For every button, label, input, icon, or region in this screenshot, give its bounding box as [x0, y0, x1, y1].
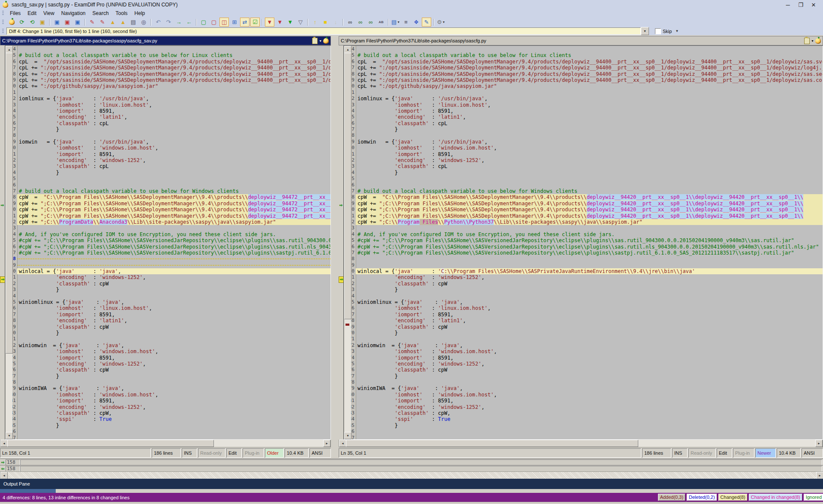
recompare-icon[interactable]: ⟳ [17, 18, 27, 27]
open-files-icon[interactable]: ▣ [38, 18, 47, 27]
save-both-files-icon[interactable]: ▣ [73, 18, 82, 27]
first-pane-horizontal-scrollbar[interactable]: ◄ ► [0, 440, 331, 447]
copy-block-right-icon[interactable]: → [174, 18, 183, 27]
open-in-editor-icon[interactable]: ✎ [422, 18, 431, 27]
toolbar-overflow-icon[interactable]: ▼ [675, 29, 679, 33]
save-first-file-icon[interactable]: ▣ [52, 18, 62, 27]
vertical-split-icon[interactable]: ◫ [219, 18, 229, 27]
recompare-swapped-icon[interactable]: ⟲ [27, 18, 37, 27]
badge-added[interactable]: Added(0,3) [658, 494, 685, 501]
find-next-icon[interactable]: ∞ [356, 18, 365, 27]
first-file-path-bar[interactable]: C:\Program Files\Python\Python37\Lib\sit… [0, 36, 331, 45]
scroll-down-icon[interactable]: ▼ [6, 432, 13, 439]
copy-path-icon[interactable] [312, 38, 318, 44]
compare-files-icon[interactable] [7, 18, 16, 27]
menu-edit[interactable]: Edit [24, 10, 40, 17]
badge-changed[interactable]: Changed(8) [718, 494, 748, 501]
first-pane-vertical-scrollbar[interactable]: ▲ ▼ [5, 46, 12, 439]
print-icon[interactable]: ▤ [129, 18, 138, 27]
edit-first-file-icon[interactable]: ✎ [87, 18, 97, 27]
scroll-right-icon[interactable]: ► [815, 440, 823, 447]
badge-deleted[interactable]: Deleted(0,2) [687, 494, 717, 501]
menu-navigation[interactable]: Navigation [58, 10, 89, 17]
second-pane-code-area[interactable]: 124125# build out a local classpath vari… [343, 45, 823, 440]
edit-indicator[interactable]: Edit [717, 448, 732, 458]
line-text: # And, if you've configured IOM to use E… [17, 231, 330, 237]
print-preview-icon[interactable]: ◎ [139, 18, 148, 27]
first-file-info-icon[interactable]: ▲ [108, 18, 117, 27]
scroll-down-icon[interactable]: ▼ [344, 432, 351, 439]
code-line: 152cpW += ";C:\\Program Files\\Python\\P… [344, 219, 823, 225]
second-pane-vertical-scrollbar[interactable]: ▲ ▼ [344, 46, 351, 439]
copy-line-right-icon[interactable]: ⇨ [0, 460, 6, 465]
plugins-icon[interactable]: ❖ [412, 18, 421, 27]
scroll-left-icon[interactable]: ◄ [0, 440, 8, 447]
redo-icon[interactable]: ↷ [164, 18, 173, 27]
current-diff-icon[interactable]: ■ [321, 18, 330, 27]
restore-button[interactable]: ❐ [797, 2, 804, 8]
horizontal-split-icon[interactable]: ⊞ [230, 18, 239, 27]
diff-list-dropdown-button[interactable]: ▼ [641, 27, 649, 35]
menu-help[interactable]: Help [131, 10, 149, 17]
second-file-path-bar[interactable]: C:\Program Files\Python\Python37\Lib\sit… [339, 36, 823, 45]
first-pane-code-area[interactable]: 124125# build out a local classpath vari… [5, 45, 331, 440]
line-text: cpL += ":/opt/github/saspy/java/saspyiom… [356, 83, 823, 89]
diffbar-grip[interactable] [2, 29, 4, 34]
first-pane-vscroll-thumb[interactable] [6, 53, 13, 354]
filter-added-icon[interactable]: ▼ [275, 18, 285, 27]
menu-view[interactable]: View [40, 10, 58, 17]
path-dropdown-icon[interactable]: ▼ [811, 39, 814, 42]
menu-files[interactable]: Files [6, 10, 24, 17]
second-pane-horizontal-scrollbar[interactable]: ◄ ► [339, 440, 823, 447]
scroll-up-icon[interactable]: ▲ [344, 46, 351, 53]
path-dropdown-icon[interactable]: ▼ [319, 39, 322, 42]
scroll-right-icon[interactable]: ► [323, 440, 330, 447]
second-pane-vscroll-thumb[interactable] [344, 53, 351, 319]
scroll-left-icon[interactable]: ◄ [0, 472, 8, 479]
scroll-right-icon[interactable]: ► [816, 472, 823, 479]
output-pane-header[interactable]: Output Pane [0, 479, 823, 489]
save-second-file-icon[interactable]: ▣ [63, 18, 72, 27]
skip-checkbox[interactable] [655, 28, 661, 34]
line-inspector-second: ⇦ 158 [0, 465, 823, 472]
filter-changed-icon[interactable]: ▽ [296, 18, 305, 27]
undo-icon[interactable]: ↶ [153, 18, 163, 27]
output-pane-tab[interactable] [0, 489, 56, 493]
line-text: 'iomhost' : 'windows.iom.host', [17, 145, 330, 151]
menu-search[interactable]: Search [89, 10, 112, 17]
previous-diff-icon[interactable]: ↑ [310, 18, 320, 27]
toolbar-grip[interactable] [2, 20, 4, 25]
copy-line-left-icon[interactable]: ⇦ [0, 466, 6, 471]
edit-second-file-icon[interactable]: ✎ [98, 18, 107, 27]
replace-icon[interactable]: AB [376, 18, 386, 27]
synchronize-scrolling-icon[interactable]: ⇄ [240, 18, 249, 27]
find-icon[interactable]: ∞ [345, 18, 355, 27]
copy-path-icon[interactable] [804, 38, 810, 44]
second-pane-hscroll-thumb[interactable] [346, 440, 638, 447]
show-second-pane-icon[interactable]: ▢ [209, 18, 219, 27]
scroll-up-icon[interactable]: ▲ [6, 46, 13, 53]
menu-tools[interactable]: Tools [112, 10, 131, 17]
filter-deleted-icon[interactable]: ▼ [285, 18, 295, 27]
copy-block-left-icon[interactable]: ← [184, 18, 194, 27]
view-options-icon[interactable]: ▤▼ [391, 18, 400, 27]
second-file-info-icon[interactable]: ▲ [118, 18, 128, 27]
first-pane-hscroll-thumb[interactable] [7, 440, 214, 447]
find-prev-icon[interactable]: ∞ [366, 18, 375, 27]
current-diff-message[interactable]: Diff 4: Change 1 line (160, first file) … [6, 27, 641, 35]
show-checkmarks-icon[interactable]: ☑ [250, 18, 260, 27]
show-first-pane-icon[interactable]: ▢ [199, 18, 208, 27]
minimize-button[interactable]: ─ [784, 2, 791, 8]
next-diff-icon[interactable]: ↓ [331, 18, 340, 27]
close-button[interactable]: ✕ [810, 2, 817, 8]
code-line: 185 } [344, 423, 823, 429]
filter-show-all-icon[interactable]: ▼ [265, 18, 274, 27]
line-details-icon[interactable]: ≡ [401, 18, 411, 27]
line-text: 'classpath' : cpL [356, 120, 823, 126]
menubar-grip[interactable] [2, 11, 4, 16]
badge-ignored[interactable]: Ignored [804, 494, 823, 501]
settings-icon[interactable]: ⚙▼ [436, 18, 446, 27]
badge-changed-in-changed[interactable]: Changed in changed(8) [749, 494, 802, 501]
scroll-left-icon[interactable]: ◄ [339, 440, 346, 447]
edit-indicator[interactable]: Edit [226, 448, 242, 458]
